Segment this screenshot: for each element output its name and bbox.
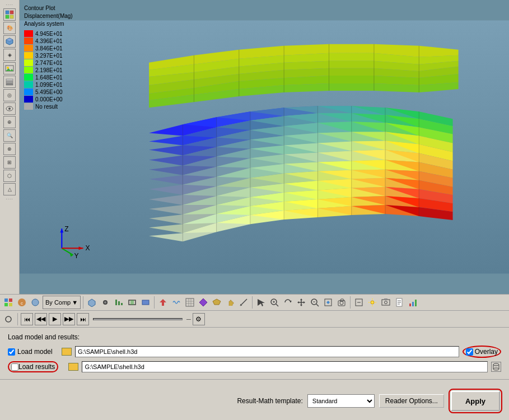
reader-options-button[interactable]: Reader Options...	[379, 394, 444, 408]
load-results-checkbox[interactable]	[11, 363, 18, 371]
toolbar-btn-measure[interactable]	[237, 296, 250, 309]
toolbar-btn-box[interactable]	[126, 296, 138, 309]
load-results-circled-label: Load results	[8, 361, 58, 372]
sidebar-icon-layers[interactable]	[3, 76, 16, 88]
sidebar-icon-palette[interactable]: 🎨	[3, 22, 16, 34]
load-results-text: Load results	[18, 363, 55, 371]
svg-marker-171	[289, 301, 292, 302]
viewport: Z Y X Contour Plot Displacement(Mag) Ana…	[20, 0, 509, 294]
svg-marker-185	[340, 299, 344, 301]
play-button[interactable]: ▶	[49, 313, 61, 325]
sidebar-icon-settings1[interactable]: ⊗	[3, 143, 16, 155]
toolbar-btn-cube2[interactable]	[86, 296, 98, 309]
svg-rect-193	[382, 300, 390, 305]
svg-rect-201	[412, 302, 414, 306]
load-results-folder-icon[interactable]	[68, 363, 78, 371]
toolbar-btn-dot[interactable]	[99, 296, 111, 309]
svg-point-13	[8, 108, 11, 110]
toolbar-btn-box2[interactable]	[139, 296, 152, 309]
contour-plot-svg: Z Y X	[20, 0, 509, 294]
database-icon[interactable]	[491, 362, 501, 372]
step-back-button[interactable]: ◀◀	[35, 313, 47, 325]
toolbar-btn-rotate[interactable]	[282, 296, 294, 309]
toolbar-btn-edit[interactable]	[353, 296, 365, 309]
svg-rect-200	[409, 304, 411, 306]
sidebar-icon-target[interactable]: ◎	[3, 89, 16, 101]
toolbar-btn-pan[interactable]	[295, 296, 307, 309]
toolbar-btn-diamond[interactable]	[197, 296, 209, 309]
left-sidebar: ···· 🎨 ◈ ◎ ⊕ 🔍 ⊗ ⊞ ⬡ △	[0, 0, 20, 294]
svg-rect-141	[9, 298, 12, 302]
bottom-panel: Result-Math template: Standard Reader Op…	[0, 380, 509, 420]
load-results-row: Load results	[8, 361, 501, 372]
settings-gear-button[interactable]: ⚙	[193, 313, 205, 325]
template-select[interactable]: Standard	[307, 394, 375, 408]
separator-4	[350, 296, 351, 309]
toolbar-btn-camera[interactable]	[335, 296, 348, 309]
legend-entry-2: 3.846E+01	[24, 45, 73, 52]
sidebar-icon-grid[interactable]	[3, 8, 16, 21]
svg-point-188	[371, 301, 374, 304]
toolbar-btn-grid[interactable]	[2, 296, 15, 309]
svg-rect-194	[384, 298, 387, 300]
svg-text:Y: Y	[74, 252, 78, 260]
toolbar-btn-zoom2[interactable]	[309, 296, 321, 309]
apply-button[interactable]: Apply	[451, 391, 500, 411]
load-model-path-input[interactable]	[75, 346, 459, 357]
step-indicator: ─	[186, 316, 191, 323]
svg-rect-150	[115, 300, 117, 305]
legend-entry-5: 2.198E+01	[24, 67, 73, 73]
sidebar-dots-top: ····	[6, 2, 13, 7]
legend-entry-0: 4.945E+01	[24, 30, 73, 37]
load-model-folder-icon[interactable]	[62, 348, 72, 356]
skip-to-end-button[interactable]: ⏭	[77, 313, 89, 325]
toolbar-btn-zoom[interactable]	[268, 296, 281, 309]
sidebar-icon-eye[interactable]	[3, 102, 16, 115]
sidebar-icon-settings4[interactable]: △	[3, 183, 16, 195]
toolbar-btn-select[interactable]	[255, 296, 267, 309]
svg-rect-140	[4, 298, 8, 302]
toolbar-btn-grid2[interactable]	[184, 296, 196, 309]
toolbar-btn-chart[interactable]	[407, 296, 419, 309]
sidebar-icon-cube[interactable]	[3, 35, 16, 48]
toolbar-btn-bars[interactable]	[113, 296, 125, 309]
toolbar-btn-cube3[interactable]	[211, 296, 223, 309]
sidebar-icon-settings2[interactable]: ⊞	[3, 156, 16, 169]
toolbar-btn-report[interactable]	[393, 296, 405, 309]
svg-line-179	[316, 304, 319, 306]
svg-point-203	[6, 316, 11, 322]
svg-marker-166	[258, 299, 265, 306]
skip-to-start-button[interactable]: ⏮	[21, 313, 33, 325]
toolbar-btn-sphere[interactable]	[29, 296, 41, 309]
svg-point-149	[104, 301, 106, 304]
load-results-path-input[interactable]	[82, 361, 488, 372]
toolbar-btn-settings-small[interactable]	[2, 312, 15, 326]
separator-5	[17, 313, 18, 325]
legend-entry-4: 2.747E+01	[24, 59, 73, 66]
toolbar-btn-hand[interactable]	[224, 296, 236, 309]
toolbar-btn-screenshot[interactable]	[380, 296, 392, 309]
sidebar-icon-photo[interactable]	[3, 62, 16, 74]
toolbar-btn-arrow[interactable]	[157, 296, 169, 309]
overlay-checkbox[interactable]	[466, 348, 473, 356]
sidebar-icon-zoom[interactable]: 🔍	[3, 129, 16, 142]
playback-slider[interactable]	[93, 318, 183, 320]
sidebar-icon-settings3[interactable]: ⬡	[3, 170, 16, 182]
step-forward-button[interactable]: ▶▶	[63, 313, 75, 325]
legend-entries: 4.945E+01 4.396E+01 3.846E+01 3.297E+01	[24, 30, 73, 110]
toolbar-btn-color[interactable]: c	[16, 296, 28, 309]
legend-title: Contour Plot Displacement(Mag) Analysis …	[24, 4, 73, 28]
by-comp-button[interactable]: By Comp ▼	[43, 296, 81, 309]
svg-text:Z: Z	[64, 225, 68, 233]
svg-point-204	[493, 363, 499, 366]
svg-marker-163	[213, 299, 221, 305]
toolbar-btn-wave[interactable]	[170, 296, 183, 309]
sidebar-icon-cursor[interactable]: ⊕	[3, 116, 16, 128]
main-container: ···· 🎨 ◈ ◎ ⊕ 🔍 ⊗ ⊞ ⬡ △	[0, 0, 509, 420]
svg-marker-162	[199, 298, 207, 306]
toolbar-btn-light[interactable]	[366, 296, 379, 309]
svg-text:c: c	[21, 301, 23, 306]
toolbar-btn-fit[interactable]	[322, 296, 334, 309]
sidebar-icon-diamond[interactable]: ◈	[3, 49, 16, 61]
load-model-checkbox[interactable]	[8, 348, 15, 356]
